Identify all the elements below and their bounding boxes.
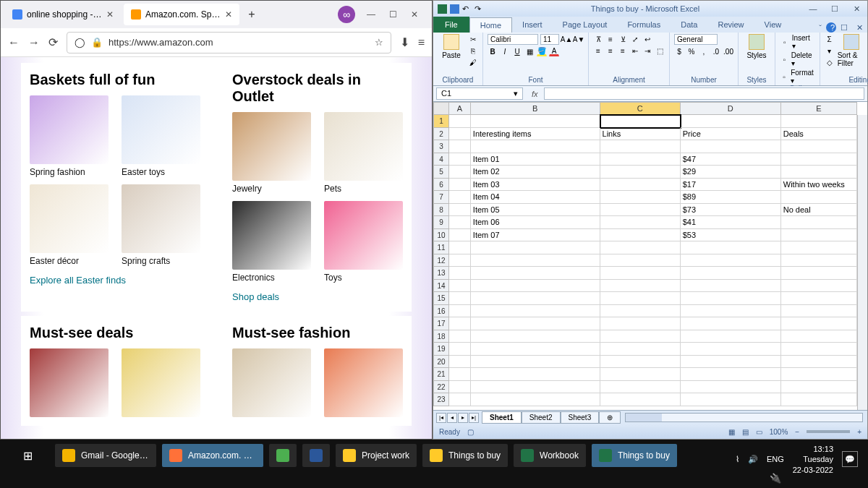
align-right-icon[interactable]: ≡ [618,46,628,56]
forward-button[interactable]: → [28,36,40,49]
cell[interactable]: No deal [781,204,857,217]
row-header[interactable]: 12 [433,254,449,267]
cell[interactable] [681,292,781,305]
cell[interactable] [449,140,471,153]
cell[interactable] [600,179,681,192]
font-size-select[interactable]: 11 [540,34,559,45]
new-tab-button[interactable]: + [242,5,261,24]
cell[interactable] [681,356,781,369]
cell[interactable] [600,166,681,179]
sheet-tab[interactable]: Sheet2 [522,411,561,424]
zoom-level[interactable]: 100% [770,428,788,436]
cell[interactable] [600,267,681,280]
zoom-in-icon[interactable]: + [857,428,861,436]
row-header[interactable]: 4 [433,153,449,166]
row-header[interactable]: 19 [433,343,449,356]
formula-bar[interactable] [544,87,864,100]
cell[interactable] [471,280,600,293]
orientation-icon[interactable]: ⤢ [630,34,640,44]
cell[interactable] [449,393,471,406]
cell[interactable] [471,330,600,343]
column-header[interactable]: E [781,102,857,115]
cell[interactable] [471,317,600,330]
cut-icon[interactable]: ✂ [468,34,478,44]
cell[interactable]: Item 02 [471,166,600,179]
autosum-icon[interactable]: Σ [825,34,835,44]
maximize-button[interactable]: ☐ [824,4,846,14]
address-bar[interactable]: ◯ 🔒 https://www.amazon.com ☆ [67,32,391,53]
sheet-tab[interactable]: Sheet3 [561,411,600,424]
close-button[interactable]: ✕ [407,9,422,20]
ribbon-tab[interactable]: Review [707,17,754,33]
cell[interactable] [471,241,600,254]
decrease-indent-icon[interactable]: ⇤ [630,46,640,56]
redo-icon[interactable]: ↷ [475,4,484,14]
row-header[interactable]: 17 [433,317,449,330]
cell[interactable] [600,393,681,406]
cell[interactable] [681,280,781,293]
cell[interactable] [471,356,600,369]
taskbar-item[interactable]: Things to buy [422,444,508,467]
font-name-select[interactable]: Calibri [488,34,538,45]
row-header[interactable]: 3 [433,140,449,153]
cell[interactable] [681,381,781,394]
cell[interactable] [471,343,600,356]
cell[interactable] [600,191,681,204]
cell[interactable] [449,343,471,356]
product-tile[interactable]: Jewelry [232,112,311,194]
fill-icon[interactable]: ▾ [825,46,835,56]
row-header[interactable]: 14 [433,280,449,293]
back-button[interactable]: ← [8,36,20,49]
product-tile[interactable]: Electronics [232,201,311,283]
product-tile[interactable]: Spring crafts [122,184,200,266]
view-normal-icon[interactable]: ▦ [728,428,735,436]
cell[interactable] [781,330,857,343]
view-pagebreak-icon[interactable]: ▭ [756,428,762,436]
row-header[interactable]: 2 [433,128,449,141]
cell[interactable] [449,356,471,369]
fx-icon[interactable]: fx [526,90,544,98]
cell[interactable] [449,305,471,318]
clock[interactable]: 13:13 Tuesday 22-03-2022 [793,444,833,475]
font-color-icon[interactable]: A [549,46,559,56]
cell[interactable] [781,191,857,204]
cell[interactable] [781,229,857,242]
ribbon-tab[interactable]: Page Layout [553,17,618,33]
cell[interactable] [600,305,681,318]
cell[interactable] [681,241,781,254]
horizontal-scrollbar[interactable] [625,413,863,422]
window-restore-icon[interactable]: ☐ [836,23,852,33]
format-icon[interactable]: ▫ [780,72,788,82]
ribbon-tab[interactable]: Home [469,17,512,33]
align-top-icon[interactable]: ⊼ [593,34,603,44]
cell[interactable] [449,280,471,293]
zoom-slider[interactable] [807,430,850,433]
view-layout-icon[interactable]: ▤ [742,428,749,436]
row-header[interactable]: 11 [433,241,449,254]
cell[interactable] [781,305,857,318]
product-tile[interactable]: Pets [324,112,403,194]
cell[interactable] [781,254,857,267]
row-header[interactable]: 9 [433,216,449,229]
product-tile[interactable]: Toys [324,201,403,283]
product-tile[interactable] [122,348,200,417]
row-header[interactable]: 1 [433,115,449,128]
cell[interactable]: Within two weeks [781,179,857,192]
row-header[interactable]: 21 [433,368,449,381]
cell[interactable] [449,229,471,242]
row-header[interactable]: 23 [433,393,449,406]
extension-icon[interactable]: ∞ [338,6,355,23]
delete-label[interactable]: Delete ▾ [791,51,815,67]
cell[interactable] [471,381,600,394]
cell[interactable] [471,292,600,305]
cell[interactable] [471,393,600,406]
taskbar-item[interactable] [269,444,297,467]
ribbon-tab[interactable]: Data [671,17,707,33]
zoom-out-icon[interactable]: − [795,428,799,436]
help-icon[interactable]: ? [826,22,836,33]
bookmark-star-icon[interactable]: ☆ [375,37,383,48]
cell[interactable] [681,393,781,406]
ribbon-tab[interactable]: View [754,17,792,33]
cell[interactable] [600,280,681,293]
ribbon-tab[interactable]: Insert [512,17,553,33]
